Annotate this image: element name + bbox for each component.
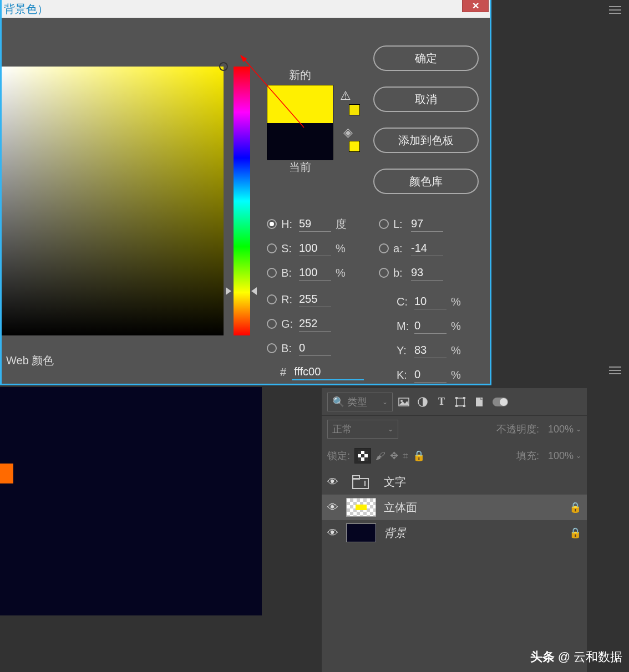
filter-kind-dropdown[interactable]: 🔍 类型 ⌄ [327,393,393,411]
add-to-swatches-button[interactable]: 添加到色板 [373,128,479,153]
red-input[interactable] [299,292,331,307]
green-input[interactable] [299,316,331,332]
bri-input[interactable] [299,265,331,281]
hex-label: # [280,366,286,379]
canvas-shape [0,464,13,483]
search-icon: 🔍 [332,396,344,408]
lab-b-radio[interactable] [379,268,389,278]
gamut-warning-swatch[interactable] [349,104,360,115]
blend-mode-dropdown[interactable]: 正常⌄ [327,420,398,439]
lab-a-radio[interactable] [379,243,389,253]
swatch-compare: 新的 当前 [267,68,333,177]
lab-values: L: a: b: [379,212,443,285]
yellow-input[interactable] [414,343,447,358]
chevron-down-icon[interactable]: ⌄ [576,425,581,433]
layers-filter-row: 🔍 类型 ⌄ T [322,388,587,416]
close-button[interactable] [462,0,489,12]
gamut-warning-icon[interactable]: ⚠ [340,89,351,103]
hex-input[interactable] [292,364,364,380]
layer-thumbnail[interactable] [346,523,376,542]
lock-icon[interactable]: 🔒 [569,527,581,539]
red-radio[interactable] [267,294,277,304]
panel-menu-icon-2[interactable] [609,366,621,377]
lock-fill-row: 锁定: 🖌 ✥ ⌗ 🔒 填充: 100% ⌄ [322,442,587,469]
filter-adjustment-icon[interactable] [415,395,430,409]
color-picker-dialog: 背景色） 新的 当前 ⚠ ◈ 确定 取消 添加到色板 颜色库 Web 颜色 [0,0,491,385]
saturation-value-field[interactable] [2,67,224,335]
ok-button[interactable]: 确定 [373,45,479,71]
layer-name[interactable]: 文字 [384,475,406,490]
hue-input[interactable] [299,216,331,232]
lab-b-input[interactable] [411,265,443,281]
lock-artboard-icon[interactable]: ⌗ [403,450,408,462]
websafe-warning-icon[interactable]: ◈ [343,125,353,140]
lock-icon[interactable]: 🔒 [569,501,581,513]
fill-label: 填充: [516,449,539,462]
layer-thumbnail[interactable] [346,498,376,517]
fill-value[interactable]: 100% [541,450,574,462]
opacity-value[interactable]: 100% [541,424,574,435]
web-colors-checkbox-label[interactable]: Web 颜色 [6,353,54,368]
lock-all-icon[interactable]: 🔒 [413,450,425,462]
layer-row-group[interactable]: 👁 文字 [322,469,587,495]
hue-marker-left[interactable] [226,287,231,295]
hue-slider[interactable] [234,67,250,335]
new-color-swatch[interactable] [267,85,333,123]
sat-radio[interactable] [267,243,277,253]
layers-panel: 🔍 类型 ⌄ T 正常⌄ 不透明度: 100% ⌄ 锁定: 🖌 ✥ ⌗ 🔒 填充… [322,388,587,672]
svg-rect-19 [358,451,361,454]
current-color-swatch[interactable] [267,123,333,160]
sv-cursor[interactable] [219,62,228,71]
svg-point-10 [400,400,403,402]
hsb-rgb-values: H:度 S:% B:% R: G: B: [267,212,352,360]
lab-l-radio[interactable] [379,219,389,229]
hue-marker-right[interactable] [251,287,257,295]
layer-name[interactable]: 立体面 [384,500,417,515]
filter-smart-icon[interactable] [471,395,487,409]
blue-radio[interactable] [267,343,277,353]
filter-shape-icon[interactable] [453,395,468,409]
chevron-down-icon[interactable]: ⌄ [576,452,581,460]
websafe-swatch[interactable] [349,141,360,152]
filter-type-icon[interactable]: T [434,395,449,409]
lock-position-icon[interactable]: ✥ [390,450,398,462]
hue-radio[interactable] [267,219,277,229]
lock-brush-icon[interactable]: 🖌 [376,450,385,462]
hex-row: # [280,364,364,380]
svg-rect-22 [358,457,361,461]
svg-rect-25 [353,476,359,479]
lock-transparency-icon[interactable] [354,448,371,464]
blue-input[interactable] [299,340,331,356]
svg-rect-20 [364,451,368,454]
watermark: 头条 @云和数据 [530,649,622,665]
filter-toggle[interactable] [493,398,508,406]
lab-l-input[interactable] [411,216,443,232]
visibility-toggle-icon[interactable]: 👁 [327,501,338,514]
opacity-label: 不透明度: [496,422,539,436]
lab-a-input[interactable] [411,241,443,256]
svg-rect-16 [463,405,465,407]
dialog-titlebar[interactable]: 背景色） [2,0,490,18]
layer-name[interactable]: 背景 [384,526,406,541]
visibility-toggle-icon[interactable]: 👁 [327,527,338,539]
black-input[interactable] [414,367,447,383]
swatch-box [267,85,333,160]
green-radio[interactable] [267,319,277,329]
svg-rect-15 [455,405,458,407]
cancel-button[interactable]: 取消 [373,86,479,112]
magenta-input[interactable] [414,318,447,334]
bri-radio[interactable] [267,268,277,278]
color-libraries-button[interactable]: 颜色库 [373,169,479,194]
filter-pixel-icon[interactable] [396,395,412,409]
current-color-label: 当前 [267,160,333,175]
layer-row-selected[interactable]: 👁 立体面 🔒 [322,495,587,520]
panel-menu-icon[interactable] [609,6,621,17]
svg-rect-24 [353,478,368,488]
layer-row-background[interactable]: 👁 背景 🔒 [322,520,587,546]
sat-input[interactable] [299,241,331,256]
group-thumbnail-icon[interactable] [346,472,376,491]
svg-rect-23 [364,457,368,461]
cmyk-values: C:% M:% Y:% K:% [397,289,468,387]
cyan-input[interactable] [414,294,447,309]
visibility-toggle-icon[interactable]: 👁 [327,476,338,488]
